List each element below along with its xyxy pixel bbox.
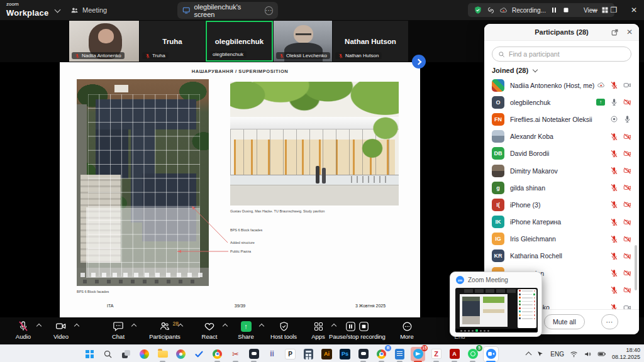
- illustrator-button[interactable]: Ai: [319, 347, 334, 361]
- preview-thumbnail[interactable]: [455, 288, 538, 332]
- pause-recording-icon[interactable]: [345, 321, 356, 332]
- wifi-icon[interactable]: [570, 350, 578, 358]
- stop-recording-icon[interactable]: [358, 321, 369, 332]
- whatsapp-button[interactable]: 5: [465, 347, 480, 361]
- pop-out-icon[interactable]: [611, 28, 619, 36]
- security-shield-icon[interactable]: [474, 6, 482, 14]
- close-button[interactable]: ✕: [624, 0, 644, 20]
- close-panel-icon[interactable]: ✕: [626, 28, 633, 36]
- language-indicator[interactable]: ENG: [550, 351, 564, 358]
- video-tile-name-label: Truha: [142, 52, 169, 59]
- meeting-people-icon: [70, 6, 79, 14]
- mic-on-icon: [610, 98, 618, 106]
- chat-app2-button[interactable]: [356, 347, 370, 361]
- zoom-taskbar-button[interactable]: [484, 347, 498, 361]
- pause-recording-icon[interactable]: [550, 6, 558, 14]
- participant-row[interactable]: Dimitry Makarov: [484, 162, 639, 179]
- zotero-button[interactable]: Z: [429, 347, 443, 361]
- chat-bubble-icon: [113, 321, 124, 332]
- p-app-button[interactable]: P: [283, 347, 297, 361]
- mic-muted-icon: [610, 218, 618, 226]
- chat-app-icon: [358, 349, 369, 359]
- pause-stop-recording-button[interactable]: Pause/stop recording: [323, 319, 392, 340]
- participants-scrollbar[interactable]: [635, 245, 637, 290]
- notes-app-button[interactable]: [392, 347, 407, 361]
- task-view-button[interactable]: [119, 347, 133, 361]
- participant-row[interactable]: IG Iris Gleichmann: [484, 231, 639, 248]
- calculator-button[interactable]: [301, 347, 316, 361]
- search-input[interactable]: [509, 50, 625, 58]
- participant-row[interactable]: Nadiia Antonenko (Host, me): [484, 77, 639, 94]
- video-tile-name-label: Nadiia Antonenko: [72, 52, 125, 59]
- participant-row[interactable]: IK iPhone Катерина: [484, 214, 639, 231]
- battery-icon[interactable]: [597, 349, 606, 358]
- next-participants-arrow-button[interactable]: [412, 55, 426, 69]
- participant-row[interactable]: KR Katharina Rochell: [484, 248, 639, 265]
- video-tile-oleksii[interactable]: Oleksii Levchenko: [274, 21, 332, 62]
- camera-off-icon: [623, 200, 631, 209]
- panel-more-button[interactable]: ⋯: [601, 314, 618, 329]
- participant-row[interactable]: O olegbilenchuk ↑: [484, 94, 639, 111]
- workspace-dropdown-chevron-icon[interactable]: [55, 7, 61, 13]
- mic-muted-icon: [610, 133, 618, 141]
- todo-button[interactable]: [192, 347, 206, 361]
- mic-muted-icon: [610, 235, 618, 243]
- avatar: I(: [492, 199, 504, 211]
- chat-button[interactable]: Chat: [94, 319, 142, 340]
- photoshop-button[interactable]: Ps: [338, 347, 352, 361]
- camera-off-icon: [623, 252, 631, 260]
- participant-row[interactable]: FN Fireflies.ai Notetaker Oleksii: [484, 111, 639, 128]
- tab-shared-screen[interactable]: olegbilenchuk's screen ⋯: [177, 2, 278, 19]
- illustrator-icon: Ai: [321, 349, 332, 359]
- teams-button[interactable]: ii: [265, 347, 279, 361]
- tab-meeting[interactable]: Meeting: [70, 0, 107, 20]
- chat-app-button[interactable]: [247, 347, 261, 361]
- scissors-icon: ✂: [232, 349, 239, 359]
- acrobat-button[interactable]: A: [447, 347, 462, 361]
- recording-cloud-icon: [597, 81, 605, 89]
- copilot-button[interactable]: [137, 347, 152, 361]
- joined-section-toggle[interactable]: Joined (28): [492, 67, 537, 74]
- file-explorer-button[interactable]: [155, 347, 170, 361]
- speaker-icon[interactable]: [584, 350, 592, 358]
- video-tile-nadiia[interactable]: Nadiia Antonenko: [69, 21, 139, 62]
- mic-muted-icon: [610, 200, 618, 209]
- maximize-button[interactable]: ❐: [604, 0, 624, 20]
- video-tile-nathan[interactable]: Nathan Hutson Nathan Hutson: [333, 21, 408, 62]
- camera-off-icon: [623, 184, 631, 192]
- video-button[interactable]: Video: [37, 319, 85, 340]
- minimize-button[interactable]: —: [584, 0, 604, 20]
- video-tile-olegbilenchuk-active-speaker[interactable]: olegbilenchuk olegbilenchuk: [206, 21, 273, 62]
- stop-recording-icon[interactable]: [562, 6, 570, 14]
- chrome-button[interactable]: [210, 347, 225, 361]
- participant-search-box[interactable]: [492, 47, 631, 62]
- mute-all-button[interactable]: Mute all: [544, 314, 585, 329]
- ai-companion-icon[interactable]: [487, 6, 495, 14]
- start-button[interactable]: [82, 347, 97, 361]
- participant-row[interactable]: I( iPhone (3): [484, 196, 639, 213]
- chat-app-icon: [249, 349, 259, 359]
- zoom-meeting-taskbar-preview[interactable]: zm Zoom Meeting: [450, 272, 542, 337]
- taskbar-search-button[interactable]: [101, 347, 115, 361]
- participants-button[interactable]: Participants 28: [141, 319, 189, 340]
- presentation-slide: НАШАРУВАННЯ / SUPERIMPOSITION: [60, 62, 420, 317]
- participant-row[interactable]: g gilda shinan: [484, 179, 639, 196]
- chrome-profile-button[interactable]: R: [374, 347, 389, 361]
- telegram-button[interactable]: 15: [411, 347, 425, 361]
- more-button[interactable]: More: [383, 319, 431, 340]
- pen-input-icon[interactable]: [536, 350, 545, 358]
- participant-row[interactable]: DB David Borodii: [484, 145, 639, 162]
- video-tile-truha[interactable]: Truha Truha: [140, 21, 205, 62]
- mic-muted-icon: [279, 53, 284, 58]
- preview-header: zm Zoom Meeting: [450, 272, 541, 286]
- tray-overflow-caret[interactable]: [526, 352, 532, 358]
- tab-options-ellipsis-icon[interactable]: ⋯: [265, 6, 273, 15]
- avatar: [492, 130, 504, 143]
- snipping-tool-button[interactable]: ✂: [228, 347, 243, 361]
- recording-status-label: Recording...: [512, 7, 546, 14]
- whatsapp-unread-badge: 5: [476, 345, 482, 351]
- avatar: [492, 165, 504, 177]
- paint-button[interactable]: [174, 347, 188, 361]
- taskbar-clock[interactable]: 18:40 08.12.2025: [612, 347, 640, 361]
- participant-row[interactable]: Alexandr Koba: [484, 128, 639, 145]
